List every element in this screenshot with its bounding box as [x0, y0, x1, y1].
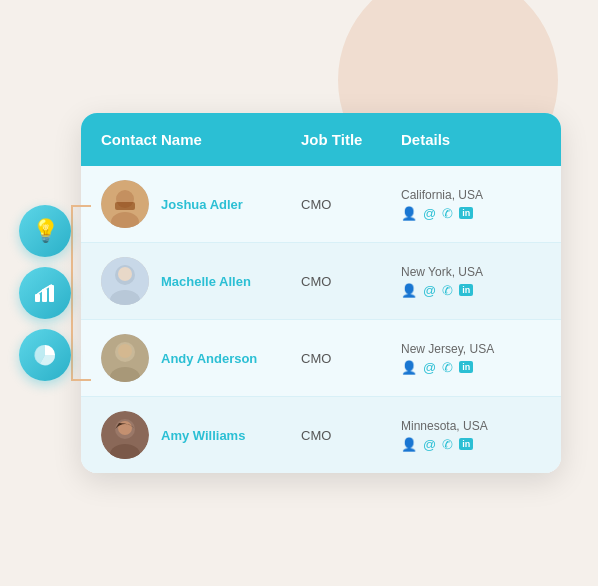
- contact-cell: Joshua Adler: [101, 180, 301, 228]
- linkedin-icon[interactable]: in: [459, 284, 473, 296]
- job-title-machelle: CMO: [301, 274, 401, 289]
- detail-icons-joshua: 👤 @ ✆ in: [401, 206, 541, 221]
- email-icon[interactable]: @: [423, 206, 436, 221]
- bar-chart-svg: [32, 280, 58, 306]
- job-title-amy: CMO: [301, 428, 401, 443]
- svg-point-11: [118, 267, 132, 281]
- pie-chart-svg: [32, 342, 58, 368]
- contact-name-machelle[interactable]: Machelle Allen: [161, 274, 251, 289]
- contact-name-andy[interactable]: Andy Anderson: [161, 351, 257, 366]
- table-row: Machelle Allen CMO New York, USA 👤 @ ✆ i…: [81, 243, 561, 320]
- detail-icons-amy: 👤 @ ✆ in: [401, 437, 541, 452]
- contact-cell: Amy Williams: [101, 411, 301, 459]
- pie-chart-icon[interactable]: [19, 329, 71, 381]
- svg-rect-0: [35, 294, 40, 302]
- contact-cell: Andy Anderson: [101, 334, 301, 382]
- avatar: [101, 334, 149, 382]
- chart-icon[interactable]: [19, 267, 71, 319]
- linkedin-icon[interactable]: in: [459, 207, 473, 219]
- header-details: Details: [401, 131, 541, 148]
- person-icon[interactable]: 👤: [401, 283, 417, 298]
- phone-icon[interactable]: ✆: [442, 360, 453, 375]
- phone-icon[interactable]: ✆: [442, 283, 453, 298]
- svg-rect-7: [115, 202, 135, 210]
- avatar-amy: [101, 411, 149, 459]
- job-title-joshua: CMO: [301, 197, 401, 212]
- details-cell-amy: Minnesota, USA 👤 @ ✆ in: [401, 419, 541, 452]
- header-contact-name: Contact Name: [101, 131, 301, 148]
- detail-icons-machelle: 👤 @ ✆ in: [401, 283, 541, 298]
- contact-name-amy[interactable]: Amy Williams: [161, 428, 245, 443]
- contact-name-joshua[interactable]: Joshua Adler: [161, 197, 243, 212]
- table-header: Contact Name Job Title Details: [81, 113, 561, 166]
- details-cell-machelle: New York, USA 👤 @ ✆ in: [401, 265, 541, 298]
- person-icon[interactable]: 👤: [401, 206, 417, 221]
- email-icon[interactable]: @: [423, 283, 436, 298]
- location-joshua: California, USA: [401, 188, 541, 202]
- contact-cell: Machelle Allen: [101, 257, 301, 305]
- contact-table: Contact Name Job Title Details Josh: [81, 113, 561, 473]
- linkedin-icon[interactable]: in: [459, 361, 473, 373]
- table-body: Joshua Adler CMO California, USA 👤 @ ✆ i…: [81, 166, 561, 473]
- location-amy: Minnesota, USA: [401, 419, 541, 433]
- table-row: Andy Anderson CMO New Jersey, USA 👤 @ ✆ …: [81, 320, 561, 397]
- sidebar-wrapper: 💡: [19, 205, 61, 381]
- phone-icon[interactable]: ✆: [442, 437, 453, 452]
- table-row: Joshua Adler CMO California, USA 👤 @ ✆ i…: [81, 166, 561, 243]
- table-row: Amy Williams CMO Minnesota, USA 👤 @ ✆ in: [81, 397, 561, 473]
- email-icon[interactable]: @: [423, 360, 436, 375]
- avatar: [101, 180, 149, 228]
- linkedin-icon[interactable]: in: [459, 438, 473, 450]
- svg-point-15: [118, 344, 132, 358]
- sidebar: 💡: [19, 205, 71, 381]
- job-title-andy: CMO: [301, 351, 401, 366]
- location-andy: New Jersey, USA: [401, 342, 541, 356]
- avatar-joshua: [101, 180, 149, 228]
- avatar: [101, 411, 149, 459]
- detail-icons-andy: 👤 @ ✆ in: [401, 360, 541, 375]
- idea-icon[interactable]: 💡: [19, 205, 71, 257]
- details-cell-andy: New Jersey, USA 👤 @ ✆ in: [401, 342, 541, 375]
- person-icon[interactable]: 👤: [401, 437, 417, 452]
- header-job-title: Job Title: [301, 131, 401, 148]
- person-icon[interactable]: 👤: [401, 360, 417, 375]
- bracket-decoration: [71, 205, 91, 381]
- details-cell-joshua: California, USA 👤 @ ✆ in: [401, 188, 541, 221]
- phone-icon[interactable]: ✆: [442, 206, 453, 221]
- page-wrapper: 💡 Contact Name Job: [19, 113, 579, 473]
- avatar-machelle: [101, 257, 149, 305]
- location-machelle: New York, USA: [401, 265, 541, 279]
- email-icon[interactable]: @: [423, 437, 436, 452]
- avatar: [101, 257, 149, 305]
- svg-rect-2: [49, 285, 54, 302]
- avatar-andy: [101, 334, 149, 382]
